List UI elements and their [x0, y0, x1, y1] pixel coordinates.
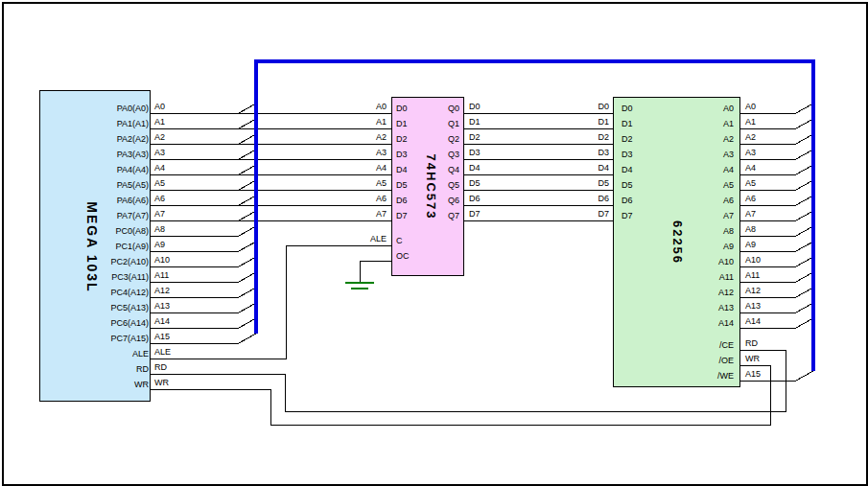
- pin-label-sram-/OE: /OE: [638, 356, 734, 365]
- net-label-D5: D5: [469, 178, 481, 188]
- net-label-A12: A12: [745, 286, 761, 295]
- pin-label-mcu-PA7(A7): PA7(A7): [53, 211, 149, 220]
- net-label-A15: A15: [154, 332, 170, 341]
- net-label-A1: A1: [339, 117, 387, 127]
- net-label-A1: A1: [745, 117, 756, 127]
- pin-label-sram-D4: D4: [622, 165, 633, 174]
- pin-label-sram-A7: A7: [638, 211, 734, 220]
- net-label-D2: D2: [561, 132, 609, 142]
- pin-label-sram-A14: A14: [638, 318, 734, 328]
- pin-label-sram-D7: D7: [622, 211, 633, 220]
- net-label-D4: D4: [561, 163, 609, 173]
- net-label-ale: ALE: [339, 234, 387, 243]
- net-label-D6: D6: [469, 194, 481, 203]
- pin-label-mcu-PA1(A1): PA1(A1): [53, 119, 149, 128]
- bus-entry-right: [796, 150, 813, 159]
- net-label-A8: A8: [154, 224, 165, 234]
- pin-label-latch-D6: D6: [396, 196, 408, 205]
- bus-entry-left: [239, 134, 256, 144]
- pin-label-latch-D1: D1: [396, 119, 408, 128]
- net-label-A4: A4: [745, 163, 756, 173]
- net-label-D1: D1: [469, 117, 481, 127]
- net-label-A6: A6: [745, 194, 756, 203]
- net-label-A13: A13: [745, 301, 761, 311]
- pin-label-sram-A13: A13: [638, 303, 734, 312]
- bus-entry-left: [239, 288, 256, 297]
- bus-entry-right: [796, 119, 813, 128]
- pin-label-mcu-PC7(A15): PC7(A15): [53, 334, 149, 343]
- bus-entry-left: [239, 104, 256, 113]
- net-label-A7: A7: [745, 209, 756, 219]
- net-label-A0: A0: [339, 102, 387, 111]
- bus-entry-right: [796, 272, 813, 282]
- pin-label-sram-D1: D1: [622, 119, 633, 128]
- pin-label-mcu-PC1(A9): PC1(A9): [53, 242, 149, 251]
- net-label-D2: D2: [469, 132, 481, 142]
- pin-label-sram-A0: A0: [638, 104, 734, 113]
- net-label-A0: A0: [154, 102, 165, 111]
- bus-entry-right: [796, 165, 813, 174]
- net-label-A6: A6: [339, 194, 387, 203]
- pin-label-latch-D3: D3: [396, 150, 408, 159]
- pin-label-latch-Q2: Q2: [411, 134, 459, 144]
- bus-entry-right: [796, 318, 813, 328]
- bus-entry-left: [239, 226, 256, 236]
- bus-entry-right: [796, 104, 813, 113]
- pin-label-latch-Q0: Q0: [411, 104, 459, 113]
- pin-label-mcu-PC3(A11): PC3(A11): [53, 272, 149, 282]
- bus-entry-right: [796, 134, 813, 144]
- net-label-A14: A14: [745, 316, 761, 326]
- net-label-A14: A14: [154, 316, 170, 326]
- pin-label-mcu-PA0(A0): PA0(A0): [53, 104, 149, 113]
- pin-label-sram-/CE: /CE: [638, 340, 734, 350]
- net-label-A10: A10: [154, 255, 170, 265]
- pin-label-latch-C: C: [396, 236, 403, 245]
- pin-label-sram-D0: D0: [622, 104, 633, 113]
- pin-label-sram-D2: D2: [622, 134, 633, 144]
- net-label-A0: A0: [745, 102, 756, 111]
- pin-label-mcu-PA5(A5): PA5(A5): [53, 180, 149, 190]
- net-label-ALE: ALE: [154, 347, 171, 357]
- bus-entry-left: [239, 180, 256, 190]
- net-label-D3: D3: [469, 148, 481, 157]
- pin-label-latch-Q5: Q5: [411, 180, 459, 190]
- pin-label-sram-A6: A6: [638, 196, 734, 205]
- pin-label-latch-D5: D5: [396, 180, 408, 190]
- bus-entry-right: [796, 196, 813, 205]
- net-label-A5: A5: [745, 178, 756, 188]
- net-label-A2: A2: [339, 132, 387, 142]
- pin-label-latch-Q3: Q3: [411, 150, 459, 159]
- net-label-A9: A9: [745, 240, 756, 249]
- net-label-WR: WR: [154, 378, 169, 387]
- pin-label-latch-OC: OC: [396, 251, 410, 261]
- bus-entry-left: [239, 242, 256, 251]
- pin-label-mcu-PA3(A3): PA3(A3): [53, 150, 149, 159]
- pin-label-sram-A2: A2: [638, 134, 734, 144]
- pin-label-mcu-PA2(A2): PA2(A2): [53, 134, 149, 144]
- wire-oc: [360, 261, 391, 283]
- pin-label-sram-D6: D6: [622, 196, 633, 205]
- pin-label-mcu-PC6(A14): PC6(A14): [53, 318, 149, 328]
- pin-label-latch-D2: D2: [396, 134, 408, 144]
- bus-entry-right: [796, 211, 813, 220]
- net-label-RD: RD: [745, 338, 758, 348]
- pin-label-mcu-RD: RD: [53, 364, 149, 374]
- bus-entry-right: [796, 288, 813, 297]
- net-label-D7: D7: [469, 209, 481, 219]
- pin-label-mcu-PA6(A6): PA6(A6): [53, 196, 149, 205]
- pin-label-latch-Q7: Q7: [411, 211, 459, 220]
- bus-entry-left: [239, 318, 256, 328]
- pin-label-sram-A12: A12: [638, 288, 734, 297]
- pin-label-latch-Q4: Q4: [411, 165, 459, 174]
- net-label-RD: RD: [154, 362, 167, 372]
- pin-label-mcu-WR: WR: [53, 380, 149, 389]
- net-label-A5: A5: [339, 178, 387, 188]
- bus-entry-right: [796, 257, 813, 266]
- net-label-A1: A1: [154, 117, 165, 127]
- pin-label-latch-Q6: Q6: [411, 196, 459, 205]
- pin-label-mcu-PC0(A8): PC0(A8): [53, 226, 149, 236]
- bus-entry-left: [239, 211, 256, 220]
- pin-label-sram-/WE: /WE: [638, 371, 734, 381]
- pin-label-sram-A11: A11: [638, 272, 734, 282]
- net-label-D0: D0: [561, 102, 609, 111]
